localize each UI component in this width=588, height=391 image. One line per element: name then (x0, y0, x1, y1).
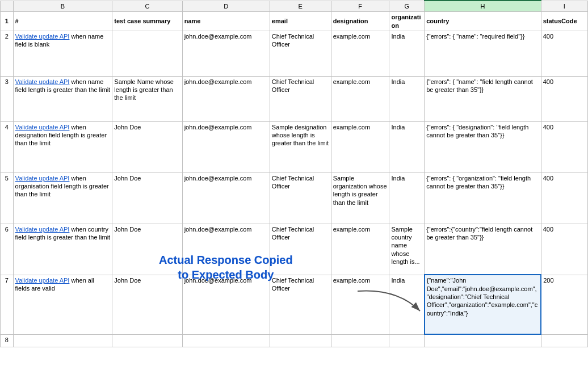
link-b7[interactable]: Validate update API (15, 277, 70, 284)
cell-b2[interactable]: Validate update API when name field is b… (13, 31, 112, 76)
cell-d3[interactable]: john.doe@example.com (182, 76, 270, 121)
grid-table: B C D E F G H I 1 # test case summary na… (0, 0, 588, 347)
cell-c7[interactable]: John Doe (112, 275, 182, 334)
cell-g4[interactable]: India (389, 121, 425, 173)
cell-i2[interactable]: 400 (541, 31, 587, 76)
cell-e4[interactable]: Sample designation whose length is great… (270, 121, 331, 173)
cell-e3[interactable]: Chief Technical Officer (270, 76, 331, 121)
cell-i7[interactable]: 200 (541, 275, 587, 334)
table-row: 5 Validate update API when organisation … (1, 173, 588, 224)
cell-f2[interactable]: example.com (331, 31, 389, 76)
cell-h6[interactable]: {"errors":{"country":"field length canno… (425, 224, 541, 275)
cell-i4[interactable]: 400 (541, 121, 587, 173)
cell-h4[interactable]: {"errors": { "designation": "field lengt… (425, 121, 541, 173)
cell-c2[interactable] (112, 31, 182, 76)
cell-i6[interactable]: 400 (541, 224, 587, 275)
link-b6[interactable]: Validate update API (15, 226, 70, 233)
table-row: 4 Validate update API when designation f… (1, 121, 588, 173)
link-b5[interactable]: Validate update API (15, 175, 70, 182)
cell-i5[interactable]: 400 (541, 173, 587, 224)
link-b2[interactable]: Validate update API (15, 33, 70, 40)
header-a: # (13, 12, 112, 31)
col-header-h[interactable]: H (425, 1, 541, 12)
cell-h5[interactable]: {"errors": { "organization": "field leng… (425, 173, 541, 224)
cell-d5[interactable]: john.doe@example.com (182, 173, 270, 224)
cell-d8[interactable] (182, 334, 270, 347)
spreadsheet: B C D E F G H I 1 # test case summary na… (0, 0, 588, 391)
cell-h8[interactable] (425, 334, 541, 347)
cell-g6[interactable]: Sample country name whose length is... (389, 224, 425, 275)
cell-c6[interactable]: John Doe (112, 224, 182, 275)
row-num-5: 5 (1, 173, 14, 224)
col-header-g[interactable]: G (389, 1, 425, 12)
col-header-d[interactable]: D (182, 1, 270, 12)
row-num-8: 8 (1, 334, 14, 347)
col-header-row (1, 1, 14, 12)
cell-f4[interactable]: example.com (331, 121, 389, 173)
cell-f5[interactable]: Sample organization whose length is grea… (331, 173, 389, 224)
col-header-b[interactable]: B (13, 1, 112, 12)
cell-d4[interactable]: john.doe@example.com (182, 121, 270, 173)
header-b: test case summary (112, 12, 182, 31)
col-header-e[interactable]: E (270, 1, 331, 12)
col-header-i[interactable]: I (541, 1, 587, 12)
cell-c4[interactable]: John Doe (112, 121, 182, 173)
row-num-2: 2 (1, 31, 14, 76)
row-num-4: 4 (1, 121, 14, 173)
cell-e2[interactable]: Chief Technical Officer (270, 31, 331, 76)
cell-d6[interactable]: john.doe@example.com (182, 224, 270, 275)
header-row: 1 # test case summary name email designa… (1, 12, 588, 31)
table-row: 7 Validate update API when all fields ar… (1, 275, 588, 334)
cell-c5[interactable]: John Doe (112, 173, 182, 224)
cell-g7[interactable]: India (389, 275, 425, 334)
header-f: organization (389, 12, 425, 31)
cell-f6[interactable]: example.com (331, 224, 389, 275)
header-c: name (182, 12, 270, 31)
cell-i8[interactable] (541, 334, 587, 347)
row-num-7: 7 (1, 275, 14, 334)
col-header-f[interactable]: F (331, 1, 389, 12)
cell-e6[interactable]: Chief Technical Officer (270, 224, 331, 275)
cell-f3[interactable]: example.com (331, 76, 389, 121)
cell-b8[interactable] (13, 334, 112, 347)
cell-c3[interactable]: Sample Name whose length is greater than… (112, 76, 182, 121)
row-num-6: 6 (1, 224, 14, 275)
cell-e7[interactable]: Chief Technical Officer (270, 275, 331, 334)
cell-b3[interactable]: Validate update API when name field leng… (13, 76, 112, 121)
header-g: country (425, 12, 541, 31)
cell-d7[interactable]: john.doe@example.com (182, 275, 270, 334)
cell-d2[interactable]: john.doe@example.com (182, 31, 270, 76)
link-b4[interactable]: Validate update API (15, 124, 70, 131)
cell-h7[interactable]: {"name":"John Doe","email":"john.doe@exa… (425, 275, 541, 334)
cell-h2[interactable]: {"errors": { "name": "required field"}} (425, 31, 541, 76)
row-num-1: 1 (1, 12, 14, 31)
cell-b5[interactable]: Validate update API when organisation fi… (13, 173, 112, 224)
header-e: designation (331, 12, 389, 31)
table-row: 2 Validate update API when name field is… (1, 31, 588, 76)
table-row: 8 (1, 334, 588, 347)
table-row: 6 Validate update API when country field… (1, 224, 588, 275)
cell-c8[interactable] (112, 334, 182, 347)
cell-e8[interactable] (270, 334, 331, 347)
col-header-c[interactable]: C (112, 1, 182, 12)
cell-e5[interactable]: Chief Technical Officer (270, 173, 331, 224)
cell-g8[interactable] (389, 334, 425, 347)
cell-b4[interactable]: Validate update API when designation fie… (13, 121, 112, 173)
cell-g2[interactable]: India (389, 31, 425, 76)
header-d: email (270, 12, 331, 31)
cell-f7[interactable]: example.com (331, 275, 389, 334)
header-h: statusCode (541, 12, 587, 31)
cell-f8[interactable] (331, 334, 389, 347)
cell-h3[interactable]: {"errors": { "name": "field length canno… (425, 76, 541, 121)
link-b3[interactable]: Validate update API (15, 78, 70, 85)
cell-b6[interactable]: Validate update API when country field l… (13, 224, 112, 275)
column-header-row: B C D E F G H I (1, 1, 588, 12)
cell-g3[interactable]: India (389, 76, 425, 121)
cell-b7[interactable]: Validate update API when all fields are … (13, 275, 112, 334)
cell-g5[interactable]: India (389, 173, 425, 224)
cell-i3[interactable]: 400 (541, 76, 587, 121)
table-row: 3 Validate update API when name field le… (1, 76, 588, 121)
row-num-3: 3 (1, 76, 14, 121)
